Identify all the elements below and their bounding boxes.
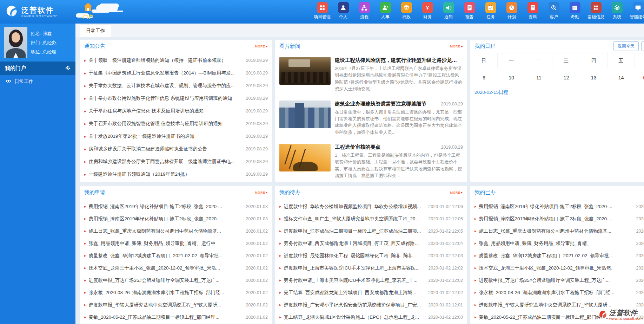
person-icon — [338, 2, 349, 13]
notice-item[interactable]: ▸住房和城乡建设部办公厅关于同意吉林省开展二级建造师注册证书电...2019.0… — [84, 155, 268, 168]
bullet-icon: ▸ — [84, 266, 86, 270]
application-item[interactable]: ▸费用报销_潼南区2019年绿化补贴项目-施工2标段_张鑫_2020-...20… — [84, 200, 268, 213]
done-item[interactable]: ▸技术交底_龙湖三千里小区_张鑫_2020-12-02_领导审批_宋浩然,202… — [474, 262, 644, 274]
sidebar-item-label: 日常工作 — [14, 78, 33, 85]
notice-item[interactable]: ▸关于举办大数据、云计算技术在城市建设、规划、管理与服务中的应...2019.0… — [84, 79, 268, 92]
todo-item[interactable]: ▸劳务付款申请_上海市美容医院ICU手术室净化工程_李若若_上...2020-0… — [279, 274, 463, 286]
done-item[interactable]: ▸张鑫_用品领用申请_账簿_财务用品_领导审批_肖靖、2020.01.02 — [474, 237, 644, 250]
nav-item-report[interactable]: 报告 — [459, 0, 480, 24]
bullet-icon: ▸ — [474, 266, 477, 270]
application-item[interactable]: ▸费用报销_潼南区2019年绿化补贴项目-施工2标段_张鑫_2020-...20… — [84, 213, 268, 225]
todo-item[interactable]: ▸进度款申报_广安邓小平纪念馆安全防范系统维护保养项目_广安...2020-01… — [279, 299, 463, 311]
todo-item[interactable]: ▸完工结算_西安成都路龙湖上河城项目_西安成都路龙湖上河城...2020-01-… — [279, 286, 463, 299]
nav-item-smart-site[interactable]: 智能建站 — [628, 0, 644, 24]
bullet-icon: ▸ — [84, 315, 86, 319]
calendar-date[interactable]: 10 — [498, 71, 525, 84]
document-icon — [527, 2, 538, 13]
done-item[interactable]: ▸质量整改_张鑫_华润12城房建工程项目_2021-02-02_领导审批...2… — [474, 250, 644, 262]
calendar-date[interactable]: 9 — [470, 71, 498, 84]
application-item[interactable]: ▸施工日志_张鑫_重庆太极制药有限公司亳州中药材仓储物流基...2020.01.… — [84, 225, 268, 237]
nav-item-hr[interactable]: 人事 — [375, 0, 396, 24]
user-position: 职位: 总经理 — [31, 47, 56, 57]
calendar-date[interactable]: 11 — [525, 71, 552, 84]
news-item[interactable]: 建设工程法律风险防范，建筑行业转型升级之路沙龙活动 2019年7月27日下午，土… — [275, 53, 467, 97]
todo-item[interactable]: ▸进度款申报_江苏成品油二期项目一标段工程_江苏成品油二期项...2020-01… — [279, 225, 463, 237]
bullet-icon: ▸ — [84, 58, 86, 63]
bullet-icon: ▸ — [279, 290, 281, 295]
notice-item[interactable]: ▸于征集《中国建筑施工行业信息化发展报告（2014）—BIM应用与发...201… — [84, 67, 268, 79]
panel-title: 我的待办 — [279, 189, 300, 196]
nav-item-plan[interactable]: 计划 — [501, 0, 522, 24]
done-item[interactable]: ▸费用报销_潼南区2019年绿化补贴项目-施工2标段_张鑫_2020-...20… — [474, 213, 644, 225]
bullet-icon: ▸ — [84, 253, 86, 258]
brand-name: 泛普软件 — [21, 6, 58, 14]
news-item[interactable]: 工程造价审核的要点2019.08.29 1、核准工程量。工程量是编制决算最基本的… — [275, 140, 467, 182]
calendar-date[interactable]: 12 — [552, 71, 580, 84]
prev-week-button[interactable]: 上周 — [641, 41, 644, 51]
back-to-today-button[interactable]: 返回今天 — [613, 41, 639, 51]
todo-item[interactable]: ▸投标文件审查_胡广生_华软大厦研究基地中央空调系统工程_20...2020-0… — [279, 213, 463, 225]
notice-item[interactable]: ▸一级建造师注册证书领取通知（2019年第24批）2019.08.29 — [84, 168, 268, 181]
bullet-icon: ▸ — [474, 303, 477, 307]
todo-item[interactable]: ▸进度款申报_上海市美容医院ICU手术室净化工程_上海市美容医...2020-0… — [279, 262, 463, 274]
notice-item[interactable]: ▸房和城乡建设厅关于取消二级建造师临时执业证书的公告2019.08.29 — [84, 143, 268, 155]
application-item[interactable]: ▸技术交底_龙湖三千里小区_张鑫_2020-12-02_领导审批_宋浩...20… — [84, 262, 268, 274]
panel-schedule: 我的日程 返回今天 上周 日 一 二 三 四 五 六 9 — [470, 40, 644, 182]
todo-item[interactable]: ▸完工结算_龙湖天街城1区设计采购施工（EPC）总承包工程_龙...2020-0… — [279, 311, 463, 323]
tab-daily-work[interactable]: 日常工作 — [80, 25, 111, 37]
brand-subtitle: FANPU SOFTWARE — [21, 14, 58, 18]
nav-item-attendance[interactable]: 考勤 — [564, 0, 585, 24]
dashboard-grid: 通知公告 MORE▸ ▸关于领取一级注册建造师增项贴的通知（须持一建证书前来领取… — [75, 37, 644, 324]
done-item[interactable]: ▸费用报销_潼南区2019年绿化补贴项目-施工2标段_张鑫_2020-...20… — [474, 200, 644, 213]
calendar-date[interactable]: 14 — [608, 71, 635, 84]
settings-gear-icon[interactable] — [65, 65, 71, 71]
nav-item-personal[interactable]: 个人 — [333, 0, 354, 24]
bullet-icon: ▸ — [474, 278, 477, 283]
more-button[interactable]: MORE▸ — [450, 44, 463, 48]
todo-item[interactable]: ▸劳务付款申请_西安成都路龙湖上河城项目_何正茂_西安成都路...2020-01… — [279, 237, 463, 250]
notice-item[interactable]: ▸关于召开市政公用设施智慧化管理 信息技术与应用培训班的通知2019.08.29 — [84, 117, 268, 130]
bullet-icon: ▸ — [279, 204, 281, 209]
nav-item-admin[interactable]: 行政 — [396, 0, 417, 24]
fanpu-swirl-icon — [598, 310, 608, 320]
todo-item[interactable]: ▸进度款申报_晟铭园林绿化工程_晟铭园林绿化工程_陈菲_陈菲2020-01-02… — [279, 250, 463, 262]
application-item[interactable]: ▸张鑫_用品领用申请_账簿_财务用品_领导审批_肖靖、运行中2020.01.02 — [84, 237, 268, 250]
nav-item-finance[interactable]: ¥ 财务 — [417, 0, 438, 24]
done-item[interactable]: ▸施工日志_张鑫_重庆太极制药有限公司亳州中药材仓储物流基...2020.01.… — [474, 225, 644, 237]
nav-item-project-management[interactable]: 项目管理 — [312, 0, 333, 24]
nav-item-system[interactable]: 系统 — [606, 0, 628, 24]
nav-item-basic-info[interactable]: 基础信息 — [585, 0, 606, 24]
notice-item[interactable]: ▸关于发放2019年第24批一级建造师注册证书的通知2019.08.29 — [84, 130, 268, 143]
more-button[interactable]: MORE▸ — [255, 44, 268, 48]
nav-item-customer[interactable]: 客户 — [543, 0, 564, 24]
news-item[interactable]: 建筑企业办理建筑资质需要注意哪些细节2019.08.29 在日常生活中，很多人都… — [275, 97, 467, 140]
more-button[interactable]: MORE▸ — [450, 190, 463, 194]
panel-my-todos: 我的待办 MORE▸ ▸进度款申报_华软办公楼增加视频监控项目_华软办公楼增加视… — [275, 186, 467, 324]
nav-item-notice[interactable]: 通知 — [438, 0, 459, 24]
bullet-icon: ▸ — [84, 160, 86, 164]
more-button[interactable]: MORE▸ — [255, 190, 268, 194]
customer-search-icon — [549, 2, 559, 13]
todo-item[interactable]: ▸进度款申报_华软办公楼增加视频监控项目_华软办公楼增加视频...2020-01… — [279, 200, 463, 213]
calendar-icon — [570, 2, 580, 13]
application-item[interactable]: ▸质量整改_张鑫_华润12城房建工程项目_2021-02-02_领导审批...2… — [84, 250, 268, 262]
notice-item[interactable]: ▸关于举办住房与房地产信息化 技术及应用培训班的通知2019.08.29 — [84, 105, 268, 117]
notice-item[interactable]: ▸关于领取一级注册建造师增项贴的通知（须持一建证书前来领取）2019.08.29 — [84, 54, 268, 67]
calendar-date-selected[interactable]: 15 — [635, 71, 644, 84]
gear-icon — [612, 2, 623, 13]
nav-item-process[interactable]: 流程 — [354, 0, 375, 24]
notice-item[interactable]: ▸关于举办市政公用设施数字化管理信息 系统建设与应用培训班的通知2019.08.… — [84, 92, 268, 105]
done-item[interactable]: ▸进度款申报_万达广场35#会所及咖啡厅空调安装工程_万达广...2020.01… — [474, 274, 644, 286]
application-item[interactable]: ▸黄敏_2020-05-22_江苏成品油二期项目一标段工程_部门经理...202… — [84, 311, 268, 323]
calendar-date-row: 9 10 11 12 13 14 15 — [470, 68, 644, 86]
application-item[interactable]: ▸进度款申报_华软大厦研究基地中央空调系统工程_华软大厦研...2020.01.… — [84, 299, 268, 311]
task-calendar-icon — [485, 2, 496, 13]
sidebar-item-daily-work[interactable]: 日常工作 — [0, 75, 75, 88]
application-item[interactable]: ▸进度款申报_万达广场35#会所及咖啡厅空调安装工程_万达广...2020.01… — [84, 274, 268, 286]
nav-item-task[interactable]: 任务 — [480, 0, 501, 24]
nav-item-portal[interactable]: 门户 — [78, 2, 98, 20]
application-item[interactable]: ▸张永根_2020-08-26_湖南洞庭湖水库引水工程施工招标_部门经...20… — [84, 286, 268, 299]
calendar-date[interactable]: 13 — [580, 71, 608, 84]
done-item[interactable]: ▸张永根_2020-08-26_湖南洞庭湖水库引水工程施工招标_部门经...20… — [474, 286, 644, 299]
nav-item-data[interactable]: 资料 — [522, 0, 543, 24]
